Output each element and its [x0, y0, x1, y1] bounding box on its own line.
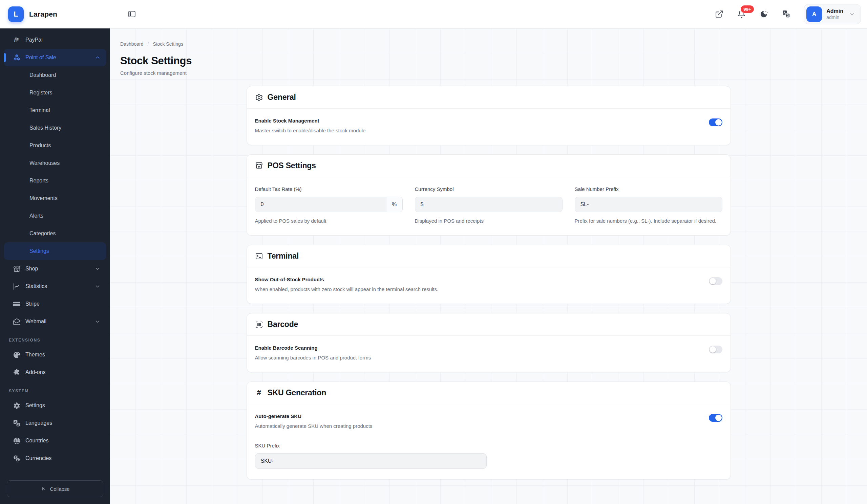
dark-mode-button[interactable] — [757, 8, 770, 21]
sidebar-subitem-alerts[interactable]: Alerts — [4, 207, 106, 225]
show-out-of-stock-toggle[interactable] — [709, 277, 722, 285]
sku-prefix-input[interactable] — [255, 453, 487, 469]
paypal-icon: PP — [13, 36, 21, 44]
sidebar-item-statistics[interactable]: Statistics — [4, 277, 106, 295]
page-subtitle: Configure stock management — [120, 70, 857, 76]
sidebar-subitem-warehouses[interactable]: Warehouses — [4, 154, 106, 172]
sidebar-item-languages[interactable]: Languages — [4, 414, 106, 432]
sidebar-item-label: Currencies — [25, 455, 52, 461]
field-currency-symbol: Currency Symbol Displayed in POS and rec… — [415, 186, 563, 225]
chevron-down-icon — [95, 318, 100, 325]
chevron-down-icon — [95, 283, 100, 289]
card-terminal-header: Terminal — [247, 245, 730, 267]
card-barcode-body: Enable Barcode Scanning Allow scanning b… — [247, 336, 730, 372]
card-general: General Enable Stock Management Master s… — [247, 86, 731, 145]
card-sku-generation-body: Auto-generate SKU Automatically generate… — [247, 404, 730, 479]
sidebar-item-settings[interactable]: Settings — [4, 397, 106, 414]
sidebar-item-label: Shop — [25, 266, 38, 272]
sidebar-item-themes[interactable]: Themes — [4, 346, 106, 363]
sidebar-item-label: Dashboard — [30, 72, 56, 78]
sidebar-subitem-settings[interactable]: Settings — [4, 242, 106, 260]
setting-label: Enable Stock Management — [255, 118, 366, 123]
content: Dashboard / Stock Settings Stock Setting… — [110, 29, 867, 504]
card-title: POS Settings — [268, 161, 316, 170]
sidebar-subitem-products[interactable]: Products — [4, 137, 106, 154]
currency-symbol-input[interactable] — [415, 197, 563, 212]
sidebar-item-shop[interactable]: Shop — [4, 260, 106, 277]
enable-stock-management-toggle[interactable] — [709, 119, 722, 126]
collapse-label: Collapse — [50, 486, 69, 492]
sidebar-item-label: Reports — [30, 178, 49, 184]
card-pos-settings-body: Default Tax Rate (%) % Applied to POS sa… — [247, 177, 730, 235]
setting-help: When enabled, products with zero stock w… — [255, 286, 439, 293]
avatar: A — [806, 7, 822, 22]
settings-cards: General Enable Stock Management Master s… — [247, 86, 731, 480]
sidebar-subitem-terminal[interactable]: Terminal — [4, 101, 106, 119]
sidebar-item-stripe[interactable]: Stripe — [4, 295, 106, 313]
toggle-sidebar-button[interactable] — [125, 8, 139, 21]
sidebar-subitem-categories[interactable]: Categories — [4, 225, 106, 242]
breadcrumb: Dashboard / Stock Settings — [120, 41, 857, 47]
notification-badge: 99+ — [740, 5, 754, 13]
setting-help: Automatically generate SKU when creating… — [255, 423, 373, 430]
sidebar-item-label: Movements — [30, 195, 57, 201]
gear-icon — [13, 402, 21, 409]
boxes-icon — [13, 54, 21, 62]
card-barcode-header: Barcode — [247, 314, 730, 336]
notifications-button[interactable]: 99+ — [735, 8, 748, 21]
user-menu[interactable]: A Admin admin — [804, 4, 861, 24]
default-tax-rate-input[interactable] — [255, 197, 386, 212]
breadcrumb-dashboard[interactable]: Dashboard — [120, 41, 143, 47]
auto-generate-sku-toggle[interactable] — [709, 414, 722, 422]
setting-label: Show Out-of-Stock Products — [255, 276, 439, 282]
sidebar-item-point-of-sale[interactable]: Point of Sale — [4, 49, 106, 66]
card-title: General — [268, 93, 296, 102]
chevron-up-icon — [95, 55, 100, 61]
sidebar-body: PP PayPal Point of Sale — [0, 29, 110, 504]
setting-label: Auto-generate SKU — [255, 413, 373, 419]
sidebar-subitem-movements[interactable]: Movements — [4, 189, 106, 207]
panel-left-icon — [128, 10, 136, 18]
topbar-actions: 99+ A Admin admin — [712, 4, 861, 24]
hash-icon: # — [255, 388, 263, 397]
enable-barcode-scanning-toggle[interactable] — [709, 346, 722, 353]
card-pos-settings-header: POS Settings — [247, 155, 730, 177]
field-sku-prefix: SKU Prefix — [255, 443, 722, 469]
sidebar-footer: Collapse — [0, 475, 110, 504]
sidebar-nav: PP PayPal Point of Sale — [0, 29, 110, 475]
card-title: Barcode — [268, 320, 298, 329]
brand-header: L Larapen — [0, 0, 110, 29]
field-label: Currency Symbol — [415, 186, 563, 192]
terminal-icon — [255, 252, 263, 260]
sidebar-item-currencies[interactable]: Currencies — [4, 449, 106, 467]
user-meta: Admin admin — [826, 8, 843, 21]
sidebar-item-countries[interactable]: Countries — [4, 432, 106, 449]
sidebar-item-label: Stripe — [25, 301, 40, 307]
sidebar-subitem-registers[interactable]: Registers — [4, 84, 106, 101]
chevron-down-icon — [95, 266, 100, 272]
sidebar-subitem-sales-history[interactable]: Sales History — [4, 119, 106, 137]
sidebar-item-label: Registers — [30, 90, 53, 96]
sidebar-item-label: Sales History — [30, 125, 61, 131]
sidebar-subitem-reports[interactable]: Reports — [4, 172, 106, 189]
sale-number-prefix-input[interactable] — [575, 197, 722, 212]
sidebar-item-label: Languages — [25, 420, 52, 426]
moon-icon — [760, 10, 768, 18]
gear-icon — [255, 94, 263, 101]
app-root: L Larapen PP PayPal — [0, 0, 867, 504]
external-link-button[interactable] — [712, 8, 726, 21]
user-role: admin — [826, 14, 843, 21]
sidebar-item-paypal[interactable]: PP PayPal — [4, 31, 106, 49]
sidebar-item-addons[interactable]: Add-ons — [4, 363, 106, 381]
sidebar-subitem-dashboard[interactable]: Dashboard — [4, 66, 106, 84]
field-help: Displayed in POS and receipts — [415, 217, 563, 225]
sidebar-section-system: SYSTEM — [4, 388, 106, 393]
sidebar-item-webmail[interactable]: Webmail — [4, 313, 106, 330]
card-pos-settings: POS Settings Default Tax Rate (%) % — [247, 154, 731, 236]
brand-logo: L — [8, 7, 24, 22]
collapse-sidebar-button[interactable]: Collapse — [7, 480, 103, 497]
collapse-icon — [40, 486, 46, 492]
percent-suffix: % — [386, 197, 402, 212]
puzzle-icon — [13, 369, 21, 376]
language-switch-button[interactable] — [779, 8, 793, 21]
